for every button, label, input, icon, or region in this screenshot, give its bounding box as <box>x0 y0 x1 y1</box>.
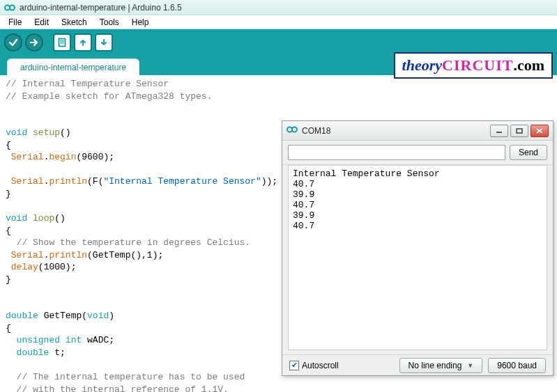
svg-point-6 <box>287 127 292 132</box>
theorycircuit-logo: theoryCIRCUIT.com <box>394 52 553 79</box>
menu-help[interactable]: Help <box>126 16 155 29</box>
new-sketch-button[interactable] <box>53 33 71 52</box>
maximize-button[interactable] <box>510 125 528 137</box>
code-token: double <box>17 347 49 358</box>
menu-sketch[interactable]: Sketch <box>56 16 93 29</box>
code-token: t; <box>49 347 65 358</box>
save-sketch-button[interactable] <box>95 33 113 52</box>
code-token: (9600); <box>76 152 114 162</box>
close-button[interactable] <box>531 125 549 137</box>
line-ending-value: No line ending <box>409 361 462 370</box>
code-token: println <box>49 176 87 187</box>
serial-input[interactable] <box>288 145 505 160</box>
chevron-down-icon: ▼ <box>467 362 473 369</box>
code-token: (F( <box>87 176 103 187</box>
code-token: () <box>54 213 66 224</box>
serial-output[interactable]: Internal Temperature Sensor 40.7 39.9 40… <box>288 165 547 350</box>
code-comment: // with the internal reference of 1.1V. <box>6 384 229 392</box>
autoscroll-checkbox[interactable]: ✔ Autoscroll <box>289 361 394 370</box>
code-token: () <box>60 127 71 138</box>
baud-value: 9600 baud <box>497 361 537 370</box>
code-token: unsigned <box>17 335 60 345</box>
serial-monitor-window: COM18 Send Internal Temperature Sensor 4… <box>282 120 554 376</box>
verify-button[interactable] <box>4 33 22 52</box>
menu-edit[interactable]: Edit <box>29 16 54 29</box>
arduino-app-icon <box>4 3 15 12</box>
menu-bar: File Edit Sketch Tools Help <box>0 15 557 29</box>
svg-point-7 <box>292 127 297 132</box>
arduino-small-icon <box>287 125 298 136</box>
code-token: begin <box>49 152 76 162</box>
send-button[interactable]: Send <box>510 145 547 160</box>
serial-send-row: Send <box>282 141 553 165</box>
code-token: { <box>6 140 11 150</box>
code-token: ( <box>82 311 87 321</box>
menu-file[interactable]: File <box>3 16 27 29</box>
window-titlebar: arduino-internal-temperature | Arduino 1… <box>0 0 557 15</box>
code-token: GetTemp <box>44 311 82 321</box>
code-token: double <box>6 311 38 321</box>
menu-tools[interactable]: Tools <box>94 16 125 29</box>
serial-bottom-bar: ✔ Autoscroll No line ending ▼ 9600 baud <box>282 354 553 375</box>
code-token: wADC; <box>82 335 114 345</box>
code-token: Serial <box>11 152 44 162</box>
code-token: } <box>6 274 11 285</box>
svg-point-1 <box>10 5 15 10</box>
logo-part-com: .com <box>513 56 544 74</box>
logo-part-circuit: CIRCUIT <box>442 56 513 74</box>
minimize-button[interactable] <box>490 125 508 137</box>
code-token: Serial <box>11 250 44 260</box>
code-token: delay <box>11 262 38 272</box>
code-comment: // Internal Temperature Sensor <box>6 79 169 89</box>
code-token: void <box>6 213 27 224</box>
code-token: loop <box>33 213 54 224</box>
code-token: (GetTemp(),1); <box>87 250 163 260</box>
window-title: arduino-internal-temperature | Arduino 1… <box>20 3 182 13</box>
code-token: println <box>49 250 87 260</box>
code-token: Serial <box>11 176 44 187</box>
baud-dropdown[interactable]: 9600 baud <box>488 358 546 373</box>
svg-rect-9 <box>517 129 522 133</box>
checkbox-icon: ✔ <box>289 361 299 370</box>
code-comment: // Example sketch for ATmega328 types. <box>6 91 212 102</box>
code-token: )); <box>261 176 277 187</box>
serial-titlebar[interactable]: COM18 <box>282 121 553 141</box>
tab-sketch[interactable]: arduino-internal-temperature <box>7 58 139 75</box>
upload-button[interactable] <box>25 33 43 52</box>
code-token: { <box>6 226 11 236</box>
code-token: ) <box>109 311 114 321</box>
open-sketch-button[interactable] <box>74 33 92 52</box>
code-token: int <box>66 335 82 345</box>
serial-window-title: COM18 <box>302 126 330 136</box>
code-token: setup <box>33 127 60 138</box>
svg-point-0 <box>5 5 10 10</box>
logo-part-theory: theory <box>402 56 442 74</box>
code-token: void <box>6 127 27 138</box>
line-ending-dropdown[interactable]: No line ending ▼ <box>399 358 483 373</box>
code-comment: // The internal temperature has to be us… <box>6 372 245 382</box>
code-token: } <box>6 189 11 199</box>
autoscroll-label-text: Autoscroll <box>302 361 339 370</box>
code-token: "Internal Temperature Sensor" <box>103 176 261 187</box>
code-token: void <box>87 311 109 321</box>
code-token: { <box>6 323 11 334</box>
svg-rect-2 <box>59 39 66 47</box>
code-token: (1000); <box>38 262 77 272</box>
code-comment: // Show the temperature in degrees Celci… <box>6 237 250 248</box>
